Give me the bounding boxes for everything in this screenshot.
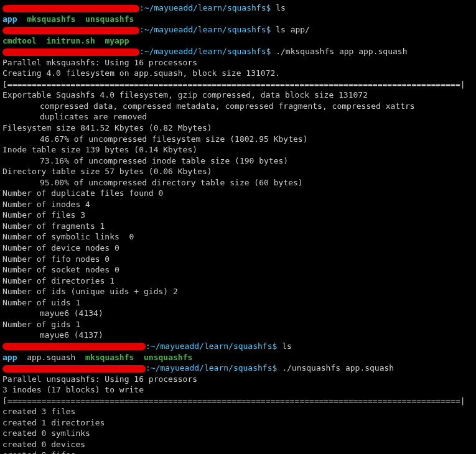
prompt-path: :~/mayueadd/learn/squashfs$ — [139, 47, 271, 56]
file-entry: app.squash — [27, 353, 75, 362]
redacted-user — [2, 5, 139, 12]
output-line: Parallel mksquashfs: Using 16 processors — [2, 57, 474, 68]
dir-entry: app — [2, 353, 17, 362]
output-line: Number of fifo nodes 0 — [2, 254, 474, 265]
output-line: Number of gids 1 — [2, 319, 474, 330]
exec-entry: cmdtool — [2, 36, 37, 45]
output-line: Inode table size 139 bytes (0.14 Kbytes) — [2, 144, 474, 155]
exec-entry: unsquashfs — [85, 14, 134, 24]
prompt-line: :~/mayueadd/learn/squashfs$ ./mksquashfs… — [2, 46, 474, 57]
prompt-line: :~/mayueadd/learn/squashfs$ ls — [2, 2, 474, 14]
output-line: Exportable Squashfs 4.0 filesystem, gzip… — [2, 90, 474, 101]
output-line: 46.67% of uncompressed filesystem size (… — [2, 134, 474, 145]
command-text: ls — [276, 3, 286, 12]
output-line: Filesystem size 841.52 Kbytes (0.82 Mbyt… — [2, 123, 474, 134]
prompt-line: :~/mayueadd/learn/squashfs$ ls app/ — [2, 24, 474, 35]
output-line: Number of ids (unique uids + gids) 2 — [2, 286, 474, 297]
exec-entry: unsquashfs — [144, 353, 192, 362]
output-line: Number of inodes 4 — [2, 199, 474, 210]
output-line: Number of device nodes 0 — [2, 243, 474, 254]
redacted-user — [2, 343, 146, 350]
output-line: duplicates are removed — [2, 111, 474, 123]
output-line: created 1 directories — [2, 417, 474, 429]
ls-app-output: cmdtool initrun.sh myapp — [2, 35, 474, 47]
output-line: Number of files 3 — [2, 210, 474, 221]
output-line: Number of directories 1 — [2, 276, 474, 287]
output-line: Number of symbolic links 0 — [2, 231, 474, 243]
output-line: Creating 4.0 filesystem on app.squash, b… — [2, 68, 474, 79]
output-line: Directory table size 57 bytes (0.06 Kbyt… — [2, 166, 474, 177]
exec-entry: myapp — [105, 36, 129, 45]
output-line: created 0 symlinks — [2, 428, 474, 439]
prompt-line: :~/mayueadd/learn/squashfs$ ls — [2, 341, 474, 352]
output-line: mayue6 (4134) — [2, 308, 474, 319]
prompt-path: :~/mayueadd/learn/squashfs$ — [139, 25, 271, 34]
exec-entry: mksquashfs — [85, 353, 134, 362]
redacted-user — [2, 27, 139, 34]
output-line: Number of uids 1 — [2, 297, 474, 308]
output-line: created 3 files — [2, 406, 474, 417]
output-line: [=======================================… — [2, 79, 474, 90]
output-line: Parallel unsquashfs: Using 16 processors — [2, 374, 474, 385]
output-line: Number of fragments 1 — [2, 221, 474, 232]
prompt-path: :~/mayueadd/learn/squashfs$ — [139, 3, 271, 12]
prompt-path: :~/mayueadd/learn/squashfs$ — [146, 363, 277, 373]
output-line: created 0 fifos — [2, 450, 474, 454]
prompt-line: :~/mayueadd/learn/squashfs$ ./unsquashfs… — [2, 363, 474, 374]
ls-output: app mksquashfs unsquashfs — [2, 14, 474, 25]
redacted-user — [2, 365, 146, 373]
exec-entry: mksquashfs — [27, 14, 75, 24]
dir-entry: app — [2, 14, 17, 24]
output-line: created 0 devices — [2, 439, 474, 450]
ls-output: app app.squash mksquashfs unsquashfs — [2, 352, 474, 363]
command-text: ./unsquashfs app.squash — [282, 363, 394, 373]
command-text: ./mksquashfs app app.squash — [276, 47, 407, 56]
exec-entry: initrun.sh — [46, 36, 95, 45]
output-line: compressed data, compressed metadata, co… — [2, 101, 474, 112]
prompt-path: :~/mayueadd/learn/squashfs$ — [146, 341, 277, 351]
output-line: Number of duplicate files found 0 — [2, 188, 474, 199]
output-line: [=======================================… — [2, 396, 474, 407]
command-text: ls — [282, 341, 292, 351]
command-text: ls app/ — [276, 25, 310, 34]
output-line: 95.00% of uncompressed directory table s… — [2, 177, 474, 188]
output-line: 3 inodes (17 blocks) to write — [2, 384, 474, 396]
redacted-user — [2, 49, 139, 56]
output-line: Number of socket nodes 0 — [2, 264, 474, 276]
output-line: mayue6 (4137) — [2, 330, 474, 341]
output-line: 73.16% of uncompressed inode table size … — [2, 155, 474, 167]
